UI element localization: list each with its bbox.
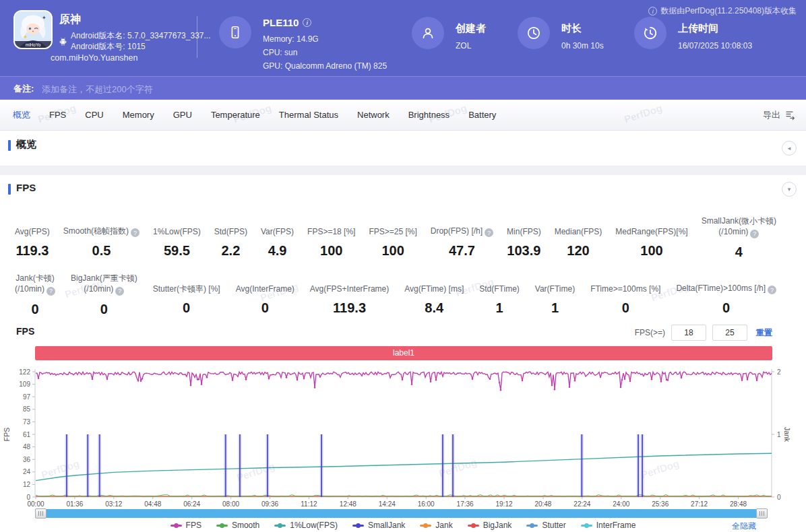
svg-text:22:24: 22:24 <box>574 500 590 508</box>
device-icon-circle <box>219 16 251 48</box>
stat-cell: Avg(FPS+InterFrame)119.3 <box>310 273 389 317</box>
stat-label: Stutter(卡顿率) [%] <box>153 273 220 294</box>
tab-Brightness[interactable]: Brightness <box>399 110 459 120</box>
stat-label: Std(FTime) <box>479 273 520 294</box>
legend-item-fps[interactable]: FPS <box>170 521 202 530</box>
fps-section-title: FPS <box>16 182 36 193</box>
legend-item-smalljank[interactable]: SmallJank <box>352 521 405 530</box>
tab-Thermal Status[interactable]: Thermal Status <box>270 110 348 120</box>
svg-text:06:24: 06:24 <box>183 500 200 508</box>
svg-text:0: 0 <box>26 494 30 501</box>
tab-GPU[interactable]: GPU <box>164 110 202 120</box>
help-icon[interactable]: ? <box>485 228 493 237</box>
export-button[interactable]: 导出 <box>763 100 795 130</box>
svg-text:✦: ✦ <box>23 34 28 40</box>
fps-threshold-input-1[interactable] <box>671 325 706 341</box>
legend-item-smooth[interactable]: Smooth <box>216 521 259 530</box>
stat-label: Smooth(稳帧指数)? <box>63 215 140 237</box>
stat-value: 47.7 <box>449 243 475 259</box>
svg-text:1: 1 <box>777 431 781 438</box>
upload-time-icon-circle <box>634 17 666 49</box>
stat-value: 8.4 <box>425 300 443 316</box>
tab-Network[interactable]: Network <box>348 110 399 120</box>
stat-label: Avg(InterFrame) <box>236 273 294 294</box>
device-name: PLE110 <box>263 17 299 28</box>
tab-概览[interactable]: 概览 <box>3 109 40 121</box>
stat-label: Delta(FTime)>100ms [/h]? <box>676 273 776 294</box>
svg-text:28:48: 28:48 <box>730 500 747 508</box>
help-icon[interactable]: ? <box>46 287 55 296</box>
help-icon[interactable]: ? <box>131 228 140 237</box>
note-input[interactable] <box>40 81 623 97</box>
legend-label: FPS <box>186 521 202 530</box>
svg-text:122: 122 <box>19 368 30 376</box>
overview-section-title: 概览 <box>16 138 36 151</box>
stat-cell: FPS>=25 [%]100 <box>369 215 416 260</box>
scrollbar-left-handle[interactable] <box>35 508 46 519</box>
svg-text:48: 48 <box>23 443 31 451</box>
note-label: 备注: <box>13 83 34 95</box>
stat-value: 100 <box>381 243 404 259</box>
stat-cell: Min(FPS)103.9 <box>507 215 541 260</box>
legend-marker <box>581 525 592 527</box>
legend-item-1-low-fps-[interactable]: 1%Low(FPS) <box>274 521 338 530</box>
note-bar: 备注: <box>0 76 806 100</box>
svg-text:20:48: 20:48 <box>534 500 551 508</box>
fps-stats-row-1: Avg(FPS)119.3Smooth(稳帧指数)?0.51%Low(FPS)5… <box>0 215 806 260</box>
stat-value: 100 <box>320 243 342 259</box>
help-icon[interactable]: ? <box>750 230 759 238</box>
legend-marker <box>170 525 182 527</box>
creator-label: 创建者 <box>456 22 486 35</box>
legend-item-interframe[interactable]: InterFrame <box>581 521 636 530</box>
overview-collapse-button[interactable]: ◂ <box>782 141 797 156</box>
series-1pct-low-line <box>36 453 772 480</box>
stat-cell: Avg(FTime) [ms]8.4 <box>404 273 464 317</box>
scrollbar-right-handle[interactable] <box>756 508 768 519</box>
tab-Battery[interactable]: Battery <box>459 110 505 120</box>
stat-label: Avg(FTime) [ms] <box>404 273 464 294</box>
upload-time-value: 16/07/2025 10:08:03 <box>678 41 752 51</box>
app-icon-art: ✦ ✦ miHoYo <box>15 11 51 48</box>
svg-text:85: 85 <box>23 405 31 413</box>
svg-text:25:36: 25:36 <box>652 500 669 508</box>
stat-cell: Jank(卡顿)(/10min)?0 <box>15 273 55 317</box>
device-memory: Memory: 14.9G <box>263 34 319 44</box>
phone-icon <box>228 24 243 40</box>
device-info-icon[interactable] <box>303 18 311 27</box>
legend-label: 1%Low(FPS) <box>290 521 338 530</box>
chart-range-scrollbar[interactable] <box>35 509 768 518</box>
help-icon[interactable]: ? <box>768 286 776 294</box>
fps-collapse-button[interactable]: ▾ <box>782 182 797 197</box>
section-gap <box>0 166 806 175</box>
stat-label: Avg(FPS) <box>15 215 50 237</box>
legend-marker <box>468 525 479 527</box>
svg-text:✦: ✦ <box>42 15 46 21</box>
help-icon[interactable]: ? <box>115 287 124 296</box>
svg-text:19:12: 19:12 <box>496 500 513 508</box>
app-icon-caption: miHoYo <box>26 42 41 47</box>
svg-text:73: 73 <box>23 418 31 426</box>
duration-label: 时长 <box>561 22 582 35</box>
tab-CPU[interactable]: CPU <box>75 110 113 120</box>
tab-Memory[interactable]: Memory <box>113 110 164 120</box>
stat-label: SmallJank(微小卡顿)(/10min)? <box>702 215 776 238</box>
legend-item-stutter[interactable]: Stutter <box>526 521 565 530</box>
clock-icon <box>526 25 542 41</box>
stat-label: Var(FPS) <box>261 215 294 237</box>
reset-button[interactable]: 重置 <box>756 327 772 339</box>
fps-chart-plot[interactable]: 0122436486173859710912201200:0001:3603:1… <box>0 364 806 508</box>
stat-value: 0 <box>261 300 269 316</box>
tab-Temperature[interactable]: Temperature <box>202 110 270 120</box>
stat-label: MedRange(FPS)[%] <box>615 215 687 237</box>
legend-marker <box>274 525 286 527</box>
legend-item-jank[interactable]: Jank <box>420 521 452 530</box>
legend-item-bigjank[interactable]: BigJank <box>468 521 512 530</box>
fps-threshold-input-2[interactable] <box>712 325 747 341</box>
fps-section: FPS ▾ Avg(FPS)119.3Smooth(稳帧指数)?0.51%Low… <box>0 175 806 532</box>
collect-note: 数据由PerfDog(11.2.250408)版本收集 <box>648 5 797 17</box>
hide-all-link[interactable]: 全隐藏 <box>732 521 756 532</box>
stat-label: Drop(FPS) [/h]? <box>431 215 493 237</box>
android-version-name: Android版本名: 5.7.0_33477673_337... <box>71 30 210 41</box>
tab-FPS[interactable]: FPS <box>40 110 75 120</box>
stat-value: 4 <box>735 244 743 260</box>
